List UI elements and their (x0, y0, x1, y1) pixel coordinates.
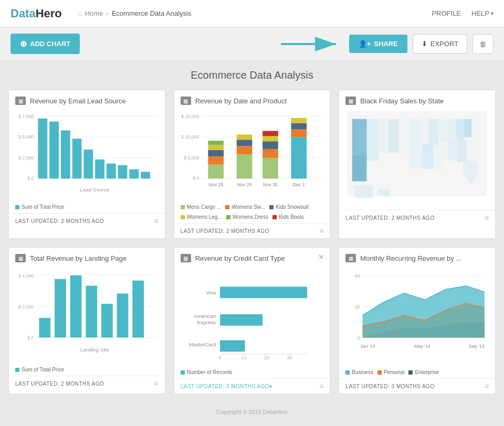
share-icon: 👤+ (359, 40, 371, 48)
svg-rect-85 (55, 279, 66, 338)
svg-rect-89 (117, 293, 129, 337)
legend-color (272, 215, 277, 219)
add-chart-button[interactable]: ⊕ ADD CHART (10, 34, 80, 54)
svg-rect-43 (262, 136, 278, 141)
svg-rect-14 (83, 150, 93, 178)
svg-rect-64 (456, 119, 465, 139)
legend-color (377, 370, 382, 375)
svg-rect-55 (367, 119, 379, 161)
svg-text:10: 10 (241, 355, 246, 360)
chart-title: Revenue by Credit Card Type (195, 254, 285, 262)
breadcrumb-home[interactable]: Home (85, 9, 103, 17)
legend-color (269, 205, 274, 209)
svg-text:$ 10,000: $ 10,000 (181, 134, 200, 140)
chart-legend: Mens Cargo ... Womens Sw... Kids Snowsui… (174, 202, 330, 223)
chart-header: ▦ Revenue by Email Lead Source (9, 90, 165, 108)
legend-label: Business (352, 369, 373, 375)
menu-icon[interactable]: ≡ (319, 227, 323, 235)
chart-revenue-date: ▦ Revenue by Date and Product $ 15,000 $… (174, 90, 331, 239)
svg-text:$ 4,000: $ 4,000 (18, 273, 34, 279)
delete-button[interactable]: 🗑 (472, 34, 494, 54)
svg-rect-15 (95, 159, 104, 179)
svg-text:Jan '14: Jan '14 (361, 344, 375, 349)
svg-text:25: 25 (355, 304, 360, 310)
logo-data: Data (10, 7, 36, 20)
plus-icon: ⊕ (20, 39, 27, 49)
svg-rect-60 (420, 119, 429, 145)
svg-rect-47 (291, 130, 307, 137)
svg-text:30: 30 (287, 355, 292, 360)
charts-grid: ▦ Revenue by Email Lead Source $ 7,500 $… (0, 90, 504, 402)
svg-text:Nov 28: Nov 28 (208, 182, 223, 187)
svg-rect-44 (262, 131, 278, 136)
svg-rect-84 (39, 318, 50, 338)
svg-text:Nov 29: Nov 29 (237, 182, 251, 187)
svg-text:0: 0 (218, 355, 221, 360)
chart-legend: Number of Records (174, 367, 330, 378)
svg-rect-74 (355, 185, 373, 198)
svg-text:American: American (194, 313, 216, 319)
chart-legend: Sum of Total Price (9, 202, 165, 213)
svg-text:$ 5,000: $ 5,000 (18, 134, 34, 140)
svg-rect-17 (118, 165, 128, 179)
header: DataHero ⌂ Home › Ecommerce Data Analysi… (0, 0, 504, 27)
chart-body: Visa American Express MasterCard 0 10 20… (174, 265, 330, 367)
area-chart-svg: 50 25 0 Jan '14 May '14 Sep '14 (344, 265, 490, 363)
svg-rect-12 (61, 131, 70, 179)
svg-text:Landing Site: Landing Site (80, 347, 109, 353)
trash-icon: 🗑 (479, 40, 487, 48)
svg-text:Dec 1: Dec 1 (292, 182, 304, 187)
legend-label: Womens Dress (233, 214, 268, 220)
svg-rect-68 (457, 139, 467, 162)
chart-title: Total Revenue by Landing Page (30, 254, 127, 262)
chart-close-button[interactable]: ✕ (318, 253, 324, 261)
legend-item-1: Business (345, 369, 373, 375)
svg-rect-42 (262, 141, 278, 149)
last-updated: LAST UPDATED: 2 months ago (345, 215, 434, 221)
logo-hero: Hero (36, 7, 62, 20)
svg-rect-69 (467, 137, 477, 163)
chart-legend: Business Personal Enterprise (339, 367, 495, 378)
last-updated: LAST UPDATED: 3 months ago▾ (181, 384, 272, 389)
chart-footer: LAST UPDATED: 2 months ago ≡ (339, 210, 495, 225)
legend-item-3: Enterprise (408, 369, 439, 375)
chart-title: Black Friday Sales by State (360, 97, 444, 105)
share-button[interactable]: 👤+ SHARE (349, 35, 407, 53)
profile-link[interactable]: PROFILE (432, 9, 461, 17)
menu-icon[interactable]: ≡ (485, 214, 489, 222)
svg-text:Lead Source: Lead Source (80, 187, 110, 193)
nav-links: PROFILE HELP ▾ (432, 9, 494, 17)
chart-monthly-revenue: ▦ Monthly Recurring Revenue by ... 50 25… (339, 247, 496, 394)
toolbar-right: 👤+ SHARE ⬇ EXPORT 🗑 (281, 34, 494, 54)
legend-item-5: Womens Dress (226, 214, 268, 220)
chart-header: ▦ Revenue by Date and Product (174, 90, 330, 108)
download-icon: ⬇ (422, 40, 427, 48)
chart-footer: LAST UPDATED: 2 months ago ≡ (9, 376, 165, 391)
legend-label: Enterprise (415, 369, 439, 375)
menu-icon[interactable]: ≡ (485, 382, 489, 390)
page-footer: Copyright © 2015 DataHero (0, 402, 504, 421)
stacked-bar-chart-svg: $ 15,000 $ 10,000 $ 5,000 $ 0 Nov 28 (180, 108, 325, 197)
legend-color (345, 370, 350, 375)
svg-rect-61 (429, 119, 438, 145)
chart-body: $ 7,500 $ 5,000 $ 2,500 $ 0 (9, 108, 165, 202)
menu-icon[interactable]: ≡ (319, 382, 323, 390)
chart-footer: LAST UPDATED: 3 months ago ≡ (339, 378, 495, 393)
help-link[interactable]: HELP ▾ (471, 9, 494, 17)
svg-text:$ 7,500: $ 7,500 (18, 114, 34, 119)
legend-item-2: Personal (377, 369, 404, 375)
svg-rect-96 (220, 314, 262, 326)
svg-rect-11 (49, 122, 59, 179)
chart-title: Monthly Recurring Revenue by ... (360, 254, 461, 262)
chart-black-friday: ▦ Black Friday Sales by State (339, 90, 496, 239)
export-button[interactable]: ⬇ EXPORT (413, 34, 467, 54)
chart-title: Revenue by Email Lead Source (30, 97, 126, 105)
svg-text:$ 0: $ 0 (27, 335, 34, 340)
menu-icon[interactable]: ≡ (154, 379, 158, 388)
menu-icon[interactable]: ≡ (154, 217, 158, 225)
copyright-text: Copyright © 2015 DataHero (216, 409, 288, 415)
legend-label: Mens Cargo ... (187, 204, 222, 210)
legend-item: Number of Records (181, 369, 233, 375)
svg-rect-48 (291, 123, 307, 130)
svg-rect-72 (434, 145, 445, 169)
